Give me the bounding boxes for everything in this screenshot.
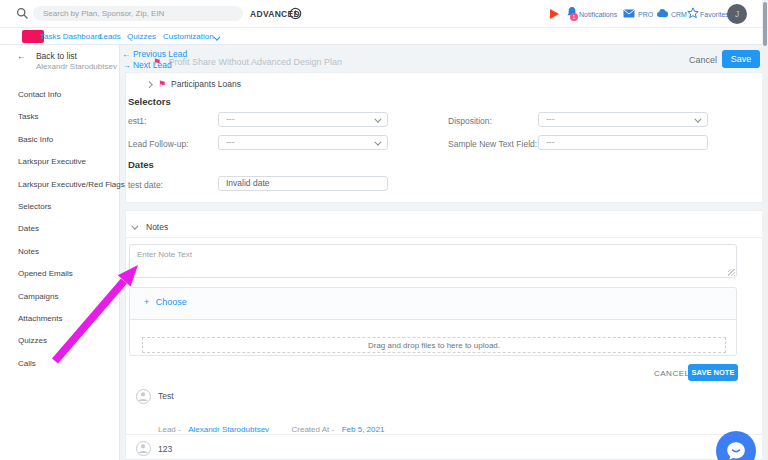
tab-leads[interactable]: Leads <box>99 32 121 41</box>
search-icon <box>16 7 29 20</box>
crm-cloud-icon[interactable] <box>656 8 669 18</box>
cancel-button[interactable]: Cancel <box>689 55 717 65</box>
note-lead-link[interactable]: Alexandr Starodubtsev <box>188 425 269 434</box>
attachment-upload-box: + Choose Drag and drop files to here to … <box>129 287 737 356</box>
sidebar-item-opened-emails[interactable]: Opened Emails <box>0 263 120 285</box>
test-date-input[interactable]: Invalid date <box>218 176 388 191</box>
lead-sidebar: ← Back to list Alexandr Starodubtsev Con… <box>0 45 120 460</box>
play-triangle-icon[interactable] <box>550 9 559 19</box>
search-history-clock-icon[interactable] <box>289 7 302 20</box>
chevron-down-icon <box>375 116 381 122</box>
note-lead-label: Lead - <box>158 425 181 434</box>
note-author-avatar <box>136 441 151 456</box>
sidebar-item-dates[interactable]: Dates <box>0 218 120 240</box>
lead-follow-up-label: Lead Follow-up: <box>128 139 188 149</box>
pro-envelope-icon[interactable] <box>623 9 635 18</box>
user-avatar[interactable]: J <box>727 4 747 24</box>
next-lead-link[interactable]: → Next Lead <box>122 60 172 70</box>
notifications-badge: 1 <box>570 13 578 21</box>
selectors-section-title: Selectors <box>128 96 171 107</box>
plus-icon: + <box>144 297 149 307</box>
sidebar-item-selectors[interactable]: Selectors <box>0 196 120 218</box>
sidebar-item-attachments[interactable]: Attachments <box>0 308 120 330</box>
nav-bar: Tasks Dashboard Leads Quizzes Customizat… <box>0 28 768 45</box>
sidebar-item-calls[interactable]: Calls <box>0 353 120 375</box>
tab-customization[interactable]: Customization <box>163 32 214 41</box>
sidebar-item-larkspur-executive[interactable]: Larkspur Executive <box>0 151 120 173</box>
previous-arrow-icon: ← <box>122 49 131 59</box>
lead-follow-up-select[interactable]: --- <box>218 135 388 150</box>
disposition-label: Disposition: <box>448 116 492 126</box>
note-created-date-link[interactable]: Feb 5, 2021 <box>342 425 385 434</box>
note-text: 123 <box>158 444 172 454</box>
sidebar-item-notes[interactable]: Notes <box>0 241 120 263</box>
est1-select[interactable]: --- <box>218 112 388 127</box>
previous-lead-link[interactable]: ← Previous Lead <box>122 49 187 59</box>
search-input[interactable] <box>33 6 243 21</box>
sidebar-item-tasks[interactable]: Tasks <box>0 106 120 128</box>
favorites-star-icon[interactable] <box>687 7 699 19</box>
sidebar-section-list: Contact Info Tasks Basic Info Larkspur E… <box>0 84 120 375</box>
back-to-list-link[interactable]: ← Back to list <box>17 51 77 61</box>
page-scrollbar-thumb[interactable] <box>763 2 767 46</box>
test-date-label: test date: <box>128 180 163 190</box>
sidebar-item-contact-info[interactable]: Contact Info <box>0 84 120 106</box>
sample-new-text-field-label: Sample New Text Field: <box>448 139 537 149</box>
drag-drop-zone[interactable]: Drag and drop files to here to upload. <box>142 337 726 353</box>
choose-file-button[interactable]: + Choose <box>144 297 187 307</box>
save-button[interactable]: Save <box>722 50 760 68</box>
notes-header-divider <box>126 237 767 238</box>
note-author-avatar <box>136 389 151 404</box>
participants-flag-icon: ⚑ <box>158 79 166 89</box>
sidebar-item-campaigns[interactable]: Campaigns <box>0 286 120 308</box>
chevron-down-icon <box>375 139 381 145</box>
crm-button[interactable]: CRM <box>671 11 687 18</box>
crm-lead-page: ADVANCED 1 Notifications PRO CRM Favorit… <box>0 0 768 460</box>
favorites-button[interactable]: Favorites <box>700 11 729 18</box>
dates-section-title: Dates <box>128 159 154 170</box>
tab-tasks-dashboard[interactable]: Tasks Dashboard <box>40 32 102 41</box>
cancel-note-button[interactable]: CANCEL <box>654 369 689 378</box>
pro-button[interactable]: PRO <box>638 11 653 18</box>
est1-label: est1: <box>128 116 146 126</box>
note-text-input[interactable] <box>129 244 737 278</box>
note-created-label: Created At - <box>292 425 335 434</box>
page-scrollbar-track <box>762 0 768 460</box>
customization-chevron-down-icon <box>214 34 220 40</box>
notifications-button[interactable]: Notifications <box>579 11 617 18</box>
next-arrow-icon: → <box>122 60 131 70</box>
sidebar-item-quizzes[interactable]: Quizzes <box>0 330 120 352</box>
sidebar-lead-name: Alexandr Starodubtsev <box>36 62 117 71</box>
sidebar-item-basic-info[interactable]: Basic Info <box>0 129 120 151</box>
back-arrow-icon: ← <box>17 51 26 61</box>
tab-quizzes[interactable]: Quizzes <box>127 32 156 41</box>
note-divider <box>126 434 767 435</box>
top-bar: ADVANCED 1 Notifications PRO CRM Favorit… <box>0 0 768 28</box>
note-text: Test <box>158 391 174 401</box>
sample-new-text-field-input[interactable]: --- <box>538 135 708 150</box>
attachment-toolbar: + Choose <box>130 288 736 320</box>
sidebar-item-larkspur-executive-red-flags[interactable]: Larkspur Executive/Red Flags <box>0 174 120 196</box>
save-note-button[interactable]: SAVE NOTE <box>688 364 738 381</box>
chevron-down-icon <box>695 116 701 122</box>
disposition-select[interactable]: --- <box>538 112 708 127</box>
chat-bubble-icon <box>725 440 747 460</box>
